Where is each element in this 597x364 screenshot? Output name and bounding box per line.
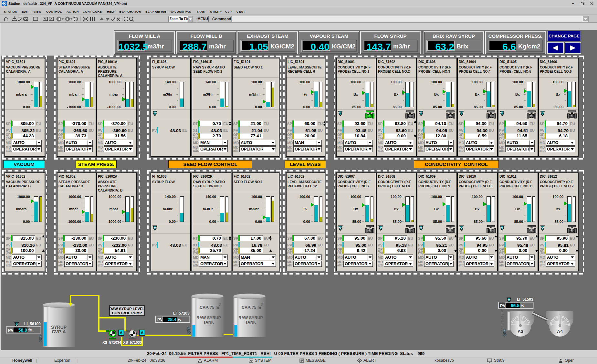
svg-text:RAW SYRUP: RAW SYRUP [238,316,263,320]
svg-text:A: A [120,330,123,335]
svg-text:%: % [521,303,524,308]
svg-text:%: % [178,317,181,322]
svg-text:TANK: TANK [203,320,214,325]
svg-text:A4: A4 [557,329,563,334]
svg-text:PV: PV [157,317,163,322]
svg-text:XS_571034: XS_571034 [102,340,121,344]
svg-text:58.0: 58.0 [18,328,27,333]
svg-text:CONTROL PUMP: CONTROL PUMP [112,311,142,315]
svg-text:CVP-A: CVP-A [52,329,66,334]
svg-text:RAW SYRUP LEVEL: RAW SYRUP LEVEL [109,307,145,311]
svg-text:LI_57103: LI_57103 [173,311,190,316]
svg-text:RAW SYRUP: RAW SYRUP [196,316,221,320]
svg-text:28.4: 28.4 [168,317,176,322]
svg-text:PV: PV [8,328,14,333]
svg-text:TANK: TANK [245,320,256,325]
svg-text:CAP. 75 m: CAP. 75 m [200,305,219,310]
svg-text:3: 3 [219,302,221,306]
svg-text:LI_56109: LI_56109 [24,322,41,326]
svg-text:A3: A3 [518,329,523,334]
svg-text:66.5: 66.5 [511,303,519,308]
svg-text:PV: PV [500,304,506,308]
svg-text:CAP. 75 m: CAP. 75 m [242,305,261,310]
svg-text:%: % [28,328,32,332]
svg-text:XS_571033: XS_571033 [123,340,142,344]
svg-text:3: 3 [261,302,263,306]
svg-text:A: A [141,330,144,335]
svg-text:LI_51503: LI_51503 [517,297,533,302]
